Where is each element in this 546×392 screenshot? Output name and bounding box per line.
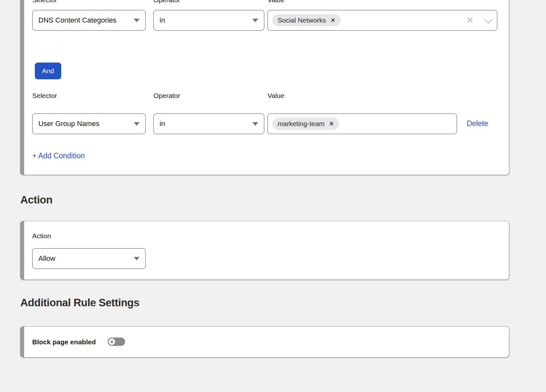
operator-label-row2: Operator (153, 92, 180, 100)
chevron-down-icon[interactable] (484, 15, 493, 24)
operator-dropdown-row2-value: in (160, 120, 249, 128)
selector-label-row2: Selector (32, 92, 57, 100)
selector-label-row1: Selector (32, 0, 57, 4)
additional-settings-heading: Additional Rule Settings (20, 297, 139, 309)
action-dropdown-value: Allow (38, 254, 130, 263)
operator-dropdown-row1-value: in (160, 16, 249, 24)
action-field-label: Action (32, 232, 51, 240)
block-page-toggle[interactable]: ✕ (108, 338, 125, 346)
chevron-down-icon (134, 122, 140, 126)
value-tag-text: Social Networks (278, 16, 326, 24)
value-tag: marketing-team ✕ (272, 118, 339, 130)
value-multiselect-row2[interactable]: marketing-team ✕ (268, 113, 457, 134)
and-button[interactable]: And (35, 63, 61, 79)
operator-dropdown-row1[interactable]: in (153, 10, 264, 31)
chevron-down-icon (252, 19, 258, 22)
selector-dropdown-row2[interactable]: User Group Names (32, 113, 146, 134)
value-tag: Social Networks ✕ (272, 14, 341, 26)
operator-label-row1: Operator (153, 0, 180, 4)
delete-condition-link[interactable]: Delete (467, 119, 488, 128)
chevron-down-icon (134, 257, 140, 260)
multiselect-controls: ✕ (466, 16, 492, 24)
value-label-row2: Value (268, 92, 284, 100)
action-section-heading: Action (20, 194, 53, 206)
clear-all-icon[interactable]: ✕ (466, 16, 473, 24)
selector-dropdown-row2-value: User Group Names (38, 120, 130, 128)
value-tag-text: marketing-team (278, 120, 325, 128)
remove-tag-icon[interactable]: ✕ (331, 17, 336, 23)
operator-dropdown-row2[interactable]: in (153, 113, 264, 134)
selector-dropdown-row1[interactable]: DNS Content Categories (32, 10, 146, 31)
chevron-down-icon (252, 122, 258, 126)
remove-tag-icon[interactable]: ✕ (329, 121, 334, 127)
gateway-policy-builder-page: Selector Operator Value DNS Content Cate… (0, 0, 546, 392)
add-condition-link[interactable]: + Add Condition (32, 152, 85, 160)
block-page-label: Block page enabled (32, 338, 96, 346)
value-multiselect-row1[interactable]: Social Networks ✕ ✕ (268, 10, 497, 31)
action-dropdown[interactable]: Allow (32, 248, 146, 269)
selector-dropdown-row1-value: DNS Content Categories (38, 16, 130, 24)
chevron-down-icon (134, 19, 140, 22)
toggle-off-x-icon: ✕ (109, 338, 115, 345)
value-label-row1: Value (268, 0, 284, 4)
